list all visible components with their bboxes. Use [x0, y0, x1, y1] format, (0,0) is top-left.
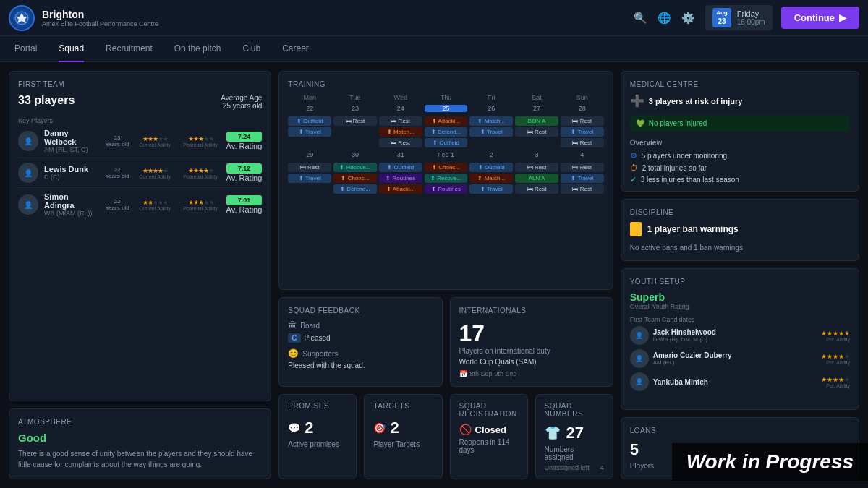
reopens-text: Reopens in 114 days	[459, 438, 519, 454]
training-col-fri1: ⬆ Match... ⬆ Travel	[469, 116, 513, 149]
medical-alert-text: 3 players at risk of injury	[649, 97, 743, 106]
training-date-22: 22	[288, 105, 331, 112]
training-slot: ⬆ Recove...	[425, 174, 468, 183]
youth-stars-1: ★★★★★ Pot. Ability	[821, 330, 850, 342]
nav-on-pitch[interactable]: On the pitch	[174, 36, 221, 62]
training-slot: ⬆ Defend...	[425, 127, 468, 137]
youth-pos-1: D/WB (R), DM, M (C)	[653, 336, 817, 343]
youth-name-3: Yankuba Minteh	[653, 378, 817, 386]
training-date-26: 26	[469, 105, 513, 112]
player-current-stars-1: ★★★★★ Current Ability	[135, 135, 175, 147]
training-slot: ⬆ Match...	[469, 116, 513, 126]
medical-alert-icon: ➕	[630, 94, 644, 108]
squad-numbers-card: Squad Numbers 👕 27 Numbers assigned Unas…	[535, 394, 613, 479]
training-slot: ALN A	[515, 174, 558, 183]
youth-rating-label: Overall Youth Rating	[630, 303, 850, 310]
youth-setup-title: Youth Setup	[630, 278, 850, 286]
atmosphere-desc: There is a good sense of unity between t…	[18, 448, 262, 470]
gear-icon[interactable]: ⚙️	[681, 12, 695, 25]
training-slot: ⬆ Chonc...	[333, 174, 377, 183]
training-col-fri2: ⬆ Outfield ⬆ Match... ⬆ Travel	[469, 163, 513, 195]
supporters-mood: Pleased with the squad.	[288, 361, 433, 369]
training-slot: 🛏 Rest	[333, 116, 377, 126]
player-age-3: 22 Years old	[106, 198, 129, 211]
globe-icon[interactable]: 🌐	[658, 12, 671, 25]
club-subtitle: Amex Elite Football Performance Centre	[42, 20, 634, 27]
discipline-warning-text: 1 player ban warnings	[647, 224, 739, 234]
promises-title: Promises	[288, 402, 347, 410]
col-right: Medical Centre ➕ 3 players at risk of in…	[621, 71, 859, 479]
content-area: First Team 33 players Average Age 25 yea…	[0, 62, 868, 488]
player-row: 👤 Danny Welbeck AM (RL, ST, C) 33 Years …	[18, 129, 262, 158]
training-date-27: 27	[515, 105, 558, 112]
training-slot: 🛏 Rest	[379, 138, 422, 147]
player-rating-1: 7.24 Av. Rating	[226, 132, 263, 150]
training-day-wed: Wed	[379, 94, 422, 101]
player-age-1: 33 Years old	[106, 134, 129, 147]
training-slot: 🛏 Rest	[561, 163, 604, 172]
training-slot: ⬆ Travel	[469, 184, 513, 194]
youth-avatar-2: 👤	[630, 349, 649, 368]
training-card: Training Mon Tue Wed Thu Fri Sat Sun 22 …	[278, 71, 613, 290]
board-grade: C Pleased	[288, 333, 433, 343]
shirt-icon: 👕	[545, 425, 561, 441]
player-avatar-1: 👤	[18, 131, 38, 151]
player-info-1: Danny Welbeck AM (RL, ST, C)	[44, 129, 100, 153]
players-count: 33 players	[18, 94, 75, 107]
youth-candidate-2: 👤 Amario Cozier Duberry AM (RL) ★★★★★ Po…	[630, 349, 850, 368]
training-col-sat1: BON A 🛏 Rest	[515, 116, 558, 149]
nav-career[interactable]: Career	[282, 36, 309, 62]
closed-text: Closed	[475, 424, 506, 435]
nav-recruitment[interactable]: Recruitment	[106, 36, 153, 62]
nav-club[interactable]: Club	[242, 36, 260, 62]
youth-setup-card: Youth Setup Superb Overall Youth Rating …	[621, 268, 859, 410]
training-col-sun2: 🛏 Rest ⬆ Travel 🛏 Rest	[561, 163, 604, 195]
overview-item-3: ✓ 3 less injuries than last season	[630, 175, 850, 184]
squad-num-display: 👕 27	[545, 424, 604, 442]
nav-portal[interactable]: Portal	[14, 36, 37, 62]
targets-title: Targets	[373, 402, 433, 410]
training-slot: 🛏 Rest	[515, 184, 558, 194]
squad-big-num: 27	[566, 424, 584, 442]
player-pos-3: WB (M/AM (RL))	[44, 210, 100, 217]
player-pos-2: D (C)	[44, 174, 100, 181]
supporters-label: 😊 Supporters	[288, 348, 433, 359]
closed-icon: 🚫	[459, 424, 472, 435]
training-slot: ⬆ Routines	[425, 184, 468, 194]
targets-count-row: 🎯 2	[373, 416, 433, 440]
player-info-2: Lewis Dunk D (C)	[44, 165, 100, 181]
first-team-header: 33 players Average Age 25 years old	[18, 94, 262, 110]
training-slot: 🛏 Rest	[561, 116, 604, 126]
player-pos-1: AM (RL, ST, C)	[44, 146, 100, 153]
col-middle: Training Mon Tue Wed Thu Fri Sat Sun 22 …	[278, 71, 613, 479]
training-date-23: 23	[333, 105, 377, 112]
less-injuries-icon: ✓	[630, 175, 637, 184]
continue-button[interactable]: Continue ▶	[781, 7, 859, 29]
date-info: Friday 16:00pm	[737, 9, 765, 26]
squad-numbers-title: Squad Numbers	[545, 402, 604, 418]
topbar: Brighton Amex Elite Football Performance…	[0, 0, 868, 36]
player-potential-stars-2: ★★★★★ Potential Ability	[181, 167, 221, 179]
internationals-count: 17	[459, 320, 604, 347]
training-slot: ⬆ Travel	[561, 127, 604, 137]
youth-avatar-1: 👤	[630, 326, 649, 345]
training-col-mon1: ⬆ Outfield ⬆ Travel	[288, 116, 331, 149]
youth-candidate-3: 👤 Yankuba Minteh ★★★★★ Pot. Ability	[630, 372, 850, 391]
training-date-24: 24	[379, 105, 422, 112]
player-avatar-2: 👤	[18, 163, 38, 183]
candidates-label: First Team Candidates	[630, 316, 850, 323]
targets-card: Targets 🎯 2 Player Targets	[364, 394, 442, 479]
training-slot: ⬆ Match...	[379, 127, 422, 137]
date-box: Aug 23 Friday 16:00pm	[705, 5, 772, 30]
nav-squad[interactable]: Squad	[59, 36, 84, 62]
training-col-mon2: 🛏 Rest ⬆ Travel	[288, 163, 331, 195]
atmosphere-value: Good	[18, 432, 262, 444]
squad-feedback-card: Squad Feedback 🏛 Board C Pleased 😊 Suppo…	[278, 297, 442, 387]
heart-icon: 💚	[636, 119, 644, 127]
search-icon[interactable]: 🔍	[634, 12, 647, 25]
training-title: Training	[288, 80, 603, 88]
player-rating-2: 7.12 Av. Rating	[226, 163, 263, 182]
training-col-sun1: 🛏 Rest ⬆ Travel 🛏 Rest	[561, 116, 604, 149]
youth-stars-3: ★★★★★ Pot. Ability	[821, 376, 850, 388]
training-day-tue: Tue	[333, 94, 377, 101]
